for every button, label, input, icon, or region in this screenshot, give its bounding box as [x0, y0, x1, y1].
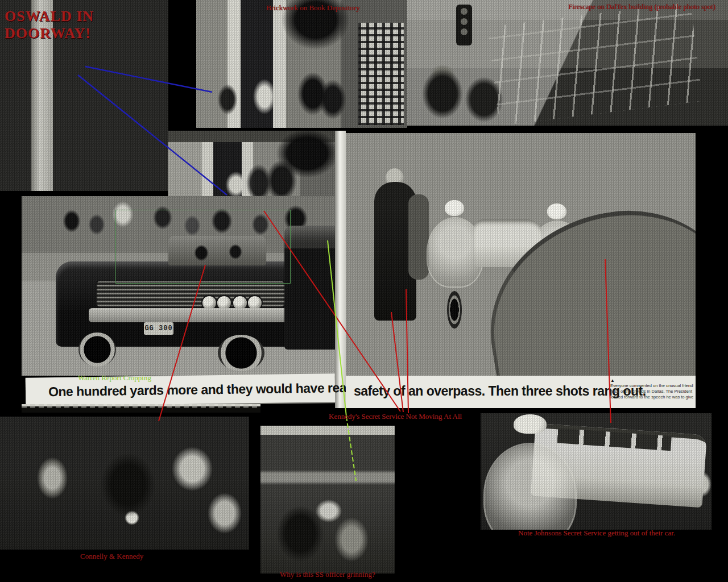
motorcycle-wheel	[447, 291, 462, 329]
limo-wheel	[78, 332, 116, 367]
limo-wheel	[218, 335, 264, 371]
caption-connelly: Connelly & Kennedy	[80, 552, 143, 561]
jfk-annotated-collage: OSWALD IN DOORWAY! Brickwork on Book Dep…	[0, 0, 728, 582]
fire-escape	[487, 2, 703, 126]
headline-oswald-in-doorway: OSWALD IN DOORWAY!	[5, 8, 168, 42]
follow-up-car	[284, 226, 336, 350]
sidebar-line: Everyone commented on the unusual friend…	[610, 383, 693, 389]
photo-oswald-doorway-crowd: OSWALD IN DOORWAY!	[0, 0, 168, 191]
sidebar-note: ▲ Everyone commented on the unusual frie…	[610, 378, 693, 408]
photo-daltex-firescape	[407, 0, 728, 126]
caption-kennedy-ss: Kennedy's Secret Service Not Moving At A…	[329, 412, 462, 421]
magazine-fold	[335, 131, 346, 408]
caption-right-text: safety of an overpass. Then three shots …	[354, 384, 646, 399]
police-cap	[514, 414, 547, 434]
traffic-light-icon	[456, 5, 472, 45]
caption-strip-right: safety of an overpass. Then three shots …	[346, 376, 696, 408]
photo-motorcade-upper-doorway	[168, 131, 336, 198]
photo-motorcade-right-page	[345, 133, 696, 376]
caption-strip-left: One hundred yards more and they would ha…	[26, 373, 336, 406]
limo-bumper	[89, 308, 289, 322]
warren-crop-box	[115, 210, 291, 284]
caption-firescape: Firescape on DalTex building (probable p…	[568, 3, 715, 11]
police-helmet	[547, 203, 566, 219]
depository-window-grid	[358, 23, 404, 125]
photo-connelly-kennedy	[0, 417, 249, 550]
caption-grinning: Why is this SS officer grinning?	[280, 570, 375, 579]
sidebar-line: looked forward to the speech he was to g…	[610, 394, 693, 400]
photo-johnson-secret-service	[481, 413, 712, 530]
triangle-marker: ▲	[610, 378, 693, 383]
photo-depository-entrance	[196, 0, 407, 128]
license-plate: GG 300	[144, 322, 173, 335]
label-warren-cropping: Warren Report Cropping	[78, 373, 151, 383]
cropped-headline-strip	[22, 404, 260, 413]
sidebar-line: ness of the crowds in Dallas. The Presid…	[610, 389, 693, 394]
photo-grinning-agent	[260, 426, 395, 573]
police-helmet	[445, 200, 464, 216]
caption-brickwork: Brickwork on Book Depository	[196, 3, 407, 13]
bystander-figure	[408, 194, 429, 280]
caption-johnson-ss: Note Johnsons Secret Service getting out…	[518, 529, 675, 538]
